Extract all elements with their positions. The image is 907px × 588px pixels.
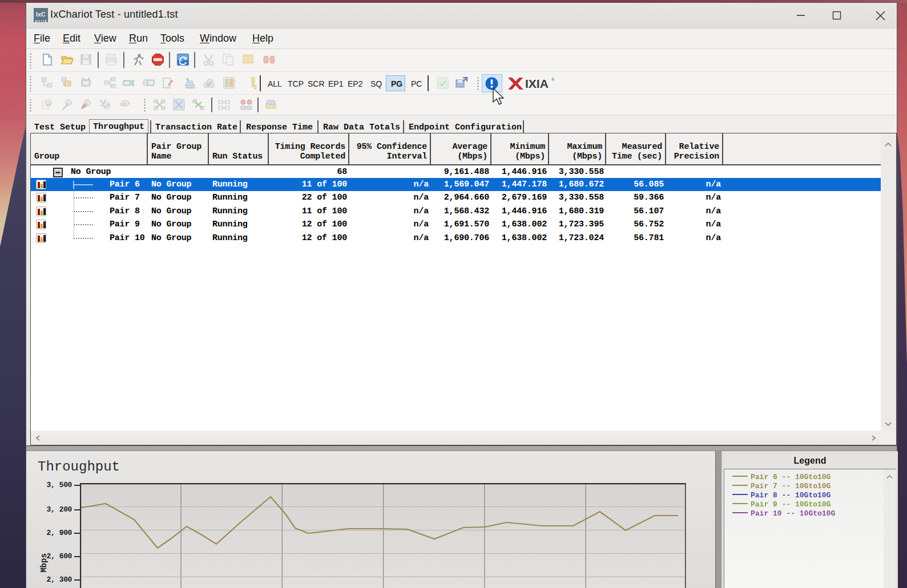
svg-text:2: 2	[254, 84, 257, 90]
svg-text:IXIA: IXIA	[525, 77, 549, 90]
svg-text:®: ®	[551, 78, 555, 82]
